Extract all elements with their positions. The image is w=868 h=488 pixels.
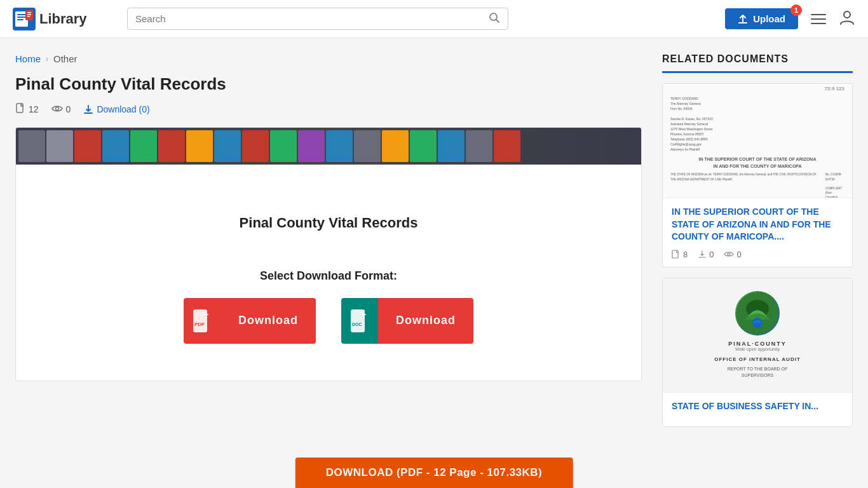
svg-rect-19	[351, 309, 365, 332]
content-area: Home › Other Pinal County Vital Records …	[15, 53, 642, 381]
hamburger-line-3	[811, 23, 826, 24]
download-label: Download (0)	[97, 104, 149, 114]
svg-rect-21	[672, 250, 678, 258]
search-input[interactable]	[135, 13, 484, 24]
pdf-download-group: PDF Download	[184, 298, 316, 344]
file-icon	[15, 103, 25, 116]
search-container	[127, 8, 508, 30]
hamburger-line-2	[811, 18, 826, 20]
banner-thumb	[186, 130, 213, 162]
banner-thumb	[130, 130, 157, 162]
related-card-1-body: IN THE SUPERIOR COURT OF THE STATE OF AR…	[663, 198, 852, 267]
search-button[interactable]	[489, 12, 500, 25]
logo-icon	[13, 8, 36, 30]
svg-rect-3	[17, 14, 26, 15]
banner-thumb	[494, 130, 520, 162]
banner-thumb	[326, 130, 353, 162]
file-icon-small	[672, 250, 681, 259]
svg-point-13	[844, 11, 850, 18]
hamburger-line-1	[811, 14, 826, 15]
upload-badge: 1	[790, 4, 802, 16]
logo-link[interactable]: Library	[13, 8, 114, 30]
related-card-2[interactable]: PINAL·COUNTY Wide open opportunity OFFIC…	[662, 278, 853, 428]
svg-text:PDF: PDF	[194, 322, 205, 327]
svg-text:DOC: DOC	[352, 322, 362, 327]
banner-thumb	[18, 130, 45, 162]
file-icon-svg	[15, 103, 25, 113]
pages-count: 12	[29, 104, 39, 114]
banner-thumb	[158, 130, 185, 162]
breadcrumb-home[interactable]: Home	[15, 53, 41, 64]
preview-banner	[16, 128, 641, 165]
svg-rect-6	[25, 10, 33, 20]
search-icon	[489, 12, 500, 24]
doc-file-icon: DOC	[349, 308, 370, 334]
logo-text: Library	[39, 11, 87, 27]
breadcrumb: Home › Other	[15, 53, 642, 64]
related-card-2-thumb: PINAL·COUNTY Wide open opportunity OFFIC…	[663, 278, 852, 393]
stats-row: 12 0 Download (0)	[15, 103, 642, 116]
svg-rect-5	[17, 19, 24, 20]
pages-stat: 12	[15, 103, 39, 116]
preview-doc-title: Pinal County Vital Records	[240, 215, 418, 231]
card1-views: 0	[724, 250, 741, 259]
related-card-1-thumb: COPY73:9 123 TERRY GODDARDThe Attorney G…	[663, 84, 852, 198]
banner-thumb	[242, 130, 269, 162]
upload-icon	[738, 14, 748, 24]
banner-thumb	[354, 130, 381, 162]
pdf-icon-box: PDF	[184, 298, 220, 344]
select-format-label: Select Download Format:	[260, 269, 397, 283]
card1-downloads: 0	[698, 250, 714, 259]
doc1-preview-text: COPY73:9 123 TERRY GODDARDThe Attorney G…	[670, 84, 844, 198]
banner-thumb	[438, 130, 465, 162]
card1-pages: 8	[672, 250, 688, 259]
banner-thumb	[46, 130, 73, 162]
views-stat: 0	[51, 104, 71, 115]
download-link[interactable]: Download (0)	[83, 104, 149, 114]
pdf-file-icon: PDF	[192, 308, 212, 334]
svg-rect-7	[27, 12, 31, 13]
related-heading: RELATED DOCUMENTS	[662, 53, 853, 73]
menu-button[interactable]	[808, 11, 829, 27]
card1-views-count: 0	[736, 250, 741, 259]
pinal-report-label: REPORT TO THE BOARD OFSUPERVISORS	[728, 366, 788, 379]
breadcrumb-separator: ›	[46, 55, 48, 64]
download-buttons-row: PDF Download DOC Dow	[184, 298, 473, 344]
doc-download-button[interactable]: Download	[378, 298, 473, 344]
pinal-logo-circle	[735, 291, 780, 336]
svg-point-15	[55, 107, 58, 111]
pinal-logo-container: PINAL·COUNTY Wide open opportunity OFFIC…	[663, 278, 852, 392]
banner-thumb	[270, 130, 297, 162]
svg-line-11	[496, 20, 499, 23]
eye-icon-small	[724, 251, 734, 257]
svg-rect-9	[27, 16, 30, 17]
eye-icon	[51, 104, 63, 115]
pinal-name-text: PINAL·COUNTY	[728, 341, 787, 347]
banner-thumb	[214, 130, 241, 162]
banner-thumb	[410, 130, 437, 162]
svg-rect-8	[27, 14, 31, 15]
svg-point-23	[728, 253, 730, 255]
app-header: Library Upload 1	[0, 0, 868, 38]
main-layout: Home › Other Pinal County Vital Records …	[0, 38, 868, 452]
download-icon-small	[698, 250, 707, 259]
card1-pages-count: 8	[683, 250, 688, 259]
download-icon	[83, 104, 93, 114]
related-card-1-title: IN THE SUPERIOR COURT OF THE STATE OF AR…	[672, 206, 843, 243]
upload-button[interactable]: Upload 1	[725, 8, 798, 29]
pinal-tagline-text: Wide open opportunity	[735, 347, 780, 351]
views-count: 0	[66, 104, 71, 114]
banner-thumb	[102, 130, 129, 162]
doc-icon-box: DOC	[341, 298, 378, 344]
upload-label: Upload	[753, 13, 785, 24]
banner-thumb	[382, 130, 409, 162]
banner-thumb	[298, 130, 325, 162]
eye-icon-svg	[51, 105, 63, 112]
user-button[interactable]	[839, 9, 855, 29]
related-card-1[interactable]: COPY73:9 123 TERRY GODDARDThe Attorney G…	[662, 83, 853, 268]
card1-downloads-count: 0	[709, 250, 714, 259]
pinal-logo-svg	[735, 291, 780, 336]
banner-thumb	[74, 130, 101, 162]
pdf-download-button[interactable]: Download	[220, 298, 316, 344]
svg-rect-4	[17, 17, 26, 18]
